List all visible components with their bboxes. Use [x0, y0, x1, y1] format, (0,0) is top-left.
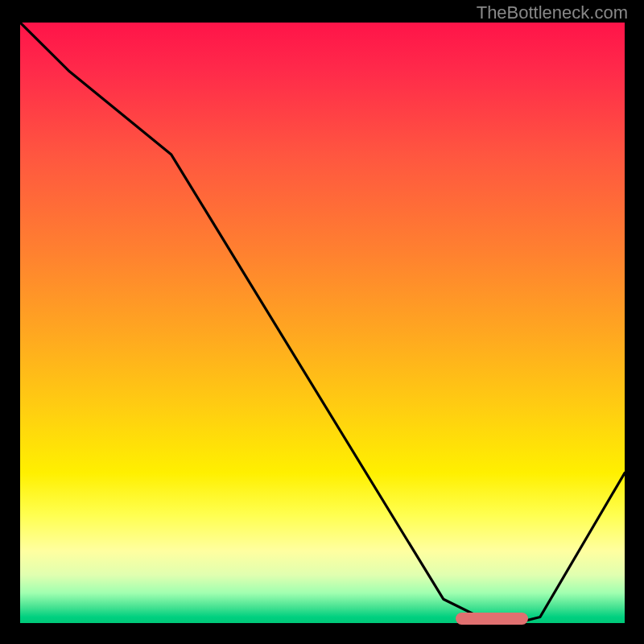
optimal-range-marker	[456, 613, 528, 625]
attribution-text: TheBottleneck.com	[477, 2, 628, 23]
curve-layer	[20, 23, 625, 623]
plot-area	[20, 23, 625, 623]
bottleneck-curve	[20, 23, 625, 623]
